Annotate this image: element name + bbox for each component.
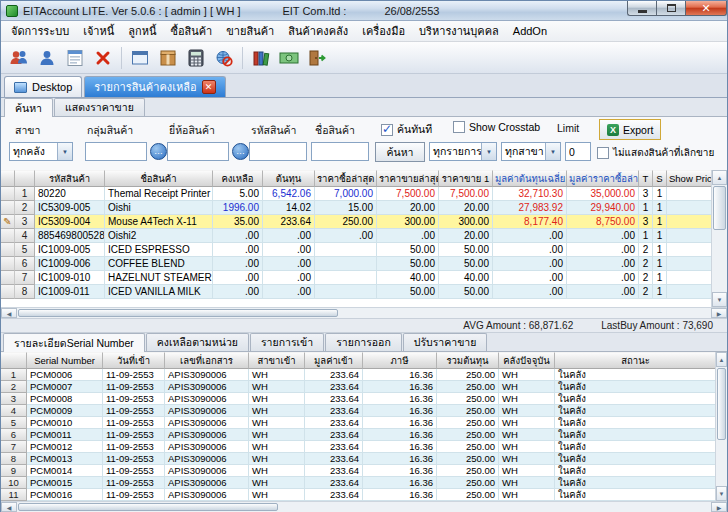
inventory-cell[interactable]	[667, 271, 711, 285]
menu-item[interactable]: จัดการระบบ	[4, 21, 76, 41]
menu-item[interactable]: บริหารงานบุคคล	[412, 21, 506, 41]
inventory-cell[interactable]: 40.00	[439, 271, 493, 285]
serial-cell[interactable]: 233.64	[305, 417, 363, 429]
calculator-icon[interactable]	[182, 45, 210, 71]
serial-row[interactable]: 1PCM000611-09-2553APIS3090006WH233.6416.…	[1, 369, 715, 381]
serial-cell[interactable]: WH	[499, 417, 555, 429]
detail-tab[interactable]: ปรับราคาขาย	[403, 333, 488, 351]
serial-cell[interactable]: 233.64	[305, 429, 363, 441]
form-icon[interactable]	[61, 45, 89, 71]
serial-cell[interactable]: 250.00	[437, 465, 499, 477]
inventory-cell[interactable]: COFFEE BLEND	[105, 257, 213, 271]
detail-tab[interactable]: รายการเข้า	[250, 333, 324, 351]
serial-cell[interactable]: PCM0011	[27, 429, 103, 441]
serial-cell[interactable]: 250.00	[437, 393, 499, 405]
limit-input[interactable]	[565, 142, 591, 161]
menu-item[interactable]: ซื้อสินค้า	[163, 21, 219, 41]
branch-select[interactable]: ทุกคลัง ▼	[9, 142, 73, 161]
inventory-vscrollbar[interactable]: ▲ ▼	[711, 170, 727, 307]
serial-cell[interactable]: APIS3090006	[165, 477, 249, 489]
serial-cell[interactable]: 233.64	[305, 453, 363, 465]
serial-cell[interactable]: 233.64	[305, 465, 363, 477]
hide-discontinued-checkbox[interactable]: ไม่แสดงสินค้าที่เลิกขาย	[597, 145, 714, 160]
serial-cell[interactable]: 16.36	[363, 429, 437, 441]
serial-cell[interactable]: ในคลัง	[555, 489, 715, 501]
menu-item[interactable]: AddOn	[506, 24, 554, 38]
inventory-cell[interactable]	[667, 257, 711, 271]
minimize-button[interactable]	[627, 1, 656, 16]
column-header[interactable]: วันที่เข้า	[103, 352, 165, 369]
inventory-cell[interactable]: 8,177.40	[493, 215, 567, 229]
serial-row[interactable]: 6PCM001111-09-2553APIS3090006WH233.6416.…	[1, 429, 715, 441]
serial-vscrollbar[interactable]: ▲ ▼	[715, 352, 727, 501]
inventory-cell[interactable]: .00	[493, 243, 567, 257]
inventory-cell[interactable]: 2	[639, 285, 653, 299]
inventory-cell[interactable]: Mouse A4Tech X-11	[105, 215, 213, 229]
serial-cell[interactable]: 11-09-2553	[103, 405, 165, 417]
serial-cell[interactable]: 11-09-2553	[103, 429, 165, 441]
column-header[interactable]: ต้นทุน	[263, 170, 315, 187]
package-icon[interactable]	[154, 45, 182, 71]
serial-cell[interactable]: 250.00	[437, 405, 499, 417]
inventory-cell[interactable]: 20.00	[439, 229, 493, 243]
serial-cell[interactable]: ในคลัง	[555, 393, 715, 405]
inventory-cell[interactable]: IC1009-005	[35, 243, 105, 257]
code-input[interactable]	[249, 142, 307, 161]
serial-cell[interactable]: 11-09-2553	[103, 417, 165, 429]
serial-cell[interactable]: WH	[499, 441, 555, 453]
column-header[interactable]: S	[653, 170, 667, 187]
inventory-cell[interactable]: .00	[493, 285, 567, 299]
inventory-cell[interactable]: 1	[653, 243, 667, 257]
serial-cell[interactable]: WH	[249, 453, 305, 465]
serial-cell[interactable]: PCM0009	[27, 405, 103, 417]
inventory-cell[interactable]: 1	[639, 201, 653, 215]
instant-search-checkbox[interactable]: ค้นทันที	[381, 121, 432, 138]
menu-item[interactable]: เครื่องมือ	[355, 21, 412, 41]
inventory-cell[interactable]: 20.00	[439, 201, 493, 215]
serial-cell[interactable]: 233.64	[305, 381, 363, 393]
serial-cell[interactable]: WH	[499, 405, 555, 417]
serial-cell[interactable]: 16.36	[363, 477, 437, 489]
scroll-left-icon[interactable]: ◀	[1, 502, 17, 512]
inventory-cell[interactable]	[315, 271, 377, 285]
inventory-cell[interactable]: IC5309-005	[35, 201, 105, 215]
serial-cell[interactable]: PCM0012	[27, 441, 103, 453]
inventory-cell[interactable]: .00	[567, 229, 639, 243]
inventory-cell[interactable]: 27,983.92	[493, 201, 567, 215]
serial-cell[interactable]: WH	[499, 369, 555, 381]
serial-cell[interactable]: 250.00	[437, 381, 499, 393]
inventory-cell[interactable]: IC1009-011	[35, 285, 105, 299]
tab-search[interactable]: ค้นหา	[4, 98, 53, 117]
inventory-cell[interactable]: 50.00	[377, 257, 439, 271]
column-header[interactable]: คลังปัจจุบัน	[499, 352, 555, 369]
serial-cell[interactable]: ในคลัง	[555, 417, 715, 429]
inventory-cell[interactable]	[667, 187, 711, 201]
inventory-cell[interactable]: .00	[567, 285, 639, 299]
column-header[interactable]: ชื่อสินค้า	[105, 170, 213, 187]
inventory-cell[interactable]: 80220	[35, 187, 105, 201]
inventory-cell[interactable]: 2	[639, 271, 653, 285]
inventory-cell[interactable]: 300.00	[377, 215, 439, 229]
column-header[interactable]: Serial Number	[27, 352, 103, 369]
serial-row[interactable]: 3PCM000811-09-2553APIS3090006WH233.6416.…	[1, 393, 715, 405]
serial-cell[interactable]: APIS3090006	[165, 417, 249, 429]
serial-cell[interactable]: 16.36	[363, 405, 437, 417]
serial-cell[interactable]: 11-09-2553	[103, 393, 165, 405]
inventory-cell[interactable]: 2	[639, 257, 653, 271]
serial-vscroll-track[interactable]	[716, 367, 727, 486]
inventory-cell[interactable]: .00	[493, 257, 567, 271]
column-header[interactable]: สถานะ	[555, 352, 715, 369]
inventory-hscrollbar[interactable]: ◀ ▶	[1, 307, 727, 318]
serial-cell[interactable]: WH	[249, 441, 305, 453]
inventory-cell[interactable]: ICED ESPRESSO	[105, 243, 213, 257]
serial-cell[interactable]: 250.00	[437, 441, 499, 453]
serial-cell[interactable]: 250.00	[437, 453, 499, 465]
inventory-cell[interactable]: .00	[213, 229, 263, 243]
column-header[interactable]: ราคาขาย 1	[439, 170, 493, 187]
search-button[interactable]: ค้นหา	[375, 142, 425, 162]
menu-item[interactable]: ลูกหนี้	[121, 21, 163, 41]
scroll-up-icon[interactable]: ▲	[712, 170, 727, 185]
inventory-cell[interactable]: 1	[653, 257, 667, 271]
inventory-cell[interactable]: .00	[493, 271, 567, 285]
inventory-cell[interactable]: HAZELNUT STEAMER MILK	[105, 271, 213, 285]
